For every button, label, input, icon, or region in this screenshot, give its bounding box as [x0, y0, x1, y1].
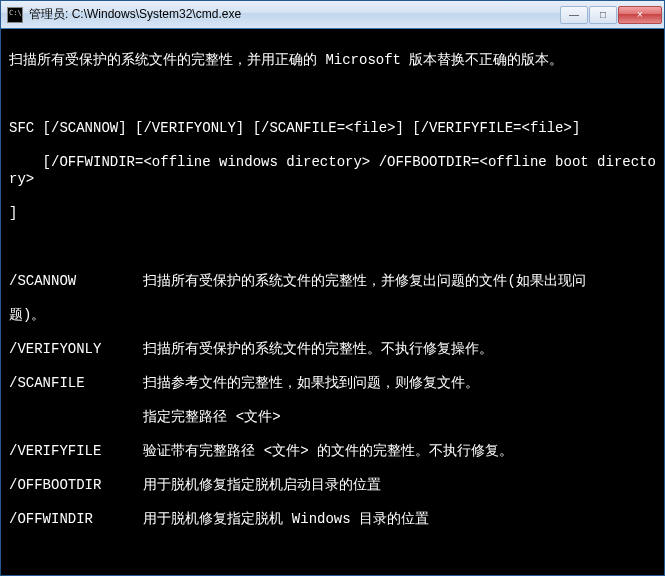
console-line	[9, 239, 660, 256]
window-title: 管理员: C:\Windows\System32\cmd.exe	[29, 6, 560, 23]
console-line: 扫描所有受保护的系统文件的完整性，并用正确的 Microsoft 版本替换不正确…	[9, 52, 660, 69]
console-line: /OFFWINDIR 用于脱机修复指定脱机 Windows 目录的位置	[9, 511, 660, 528]
titlebar[interactable]: 管理员: C:\Windows\System32\cmd.exe — □ ×	[1, 1, 664, 29]
console-line: 指定完整路径 <文件>	[9, 409, 660, 426]
console-output[interactable]: 扫描所有受保护的系统文件的完整性，并用正确的 Microsoft 版本替换不正确…	[1, 29, 664, 575]
minimize-button[interactable]: —	[560, 6, 588, 24]
console-line: SFC [/SCANNOW] [/VERIFYONLY] [/SCANFILE=…	[9, 120, 660, 137]
console-line: /SCANNOW 扫描所有受保护的系统文件的完整性，并修复出问题的文件(如果出现…	[9, 273, 660, 290]
console-line: /OFFBOOTDIR 用于脱机修复指定脱机启动目录的位置	[9, 477, 660, 494]
console-line: /VERIFYFILE 验证带有完整路径 <文件> 的文件的完整性。不执行修复。	[9, 443, 660, 460]
window-controls: — □ ×	[560, 6, 662, 24]
console-line	[9, 545, 660, 562]
console-line	[9, 86, 660, 103]
cmd-icon	[7, 7, 23, 23]
console-line: [/OFFWINDIR=<offline windows directory> …	[9, 154, 660, 188]
cmd-window: 管理员: C:\Windows\System32\cmd.exe — □ × 扫…	[0, 0, 665, 576]
console-line: /VERIFYONLY 扫描所有受保护的系统文件的完整性。不执行修复操作。	[9, 341, 660, 358]
close-button[interactable]: ×	[618, 6, 662, 24]
console-line: /SCANFILE 扫描参考文件的完整性，如果找到问题，则修复文件。	[9, 375, 660, 392]
maximize-button[interactable]: □	[589, 6, 617, 24]
console-line: ]	[9, 205, 660, 222]
console-line: 题)。	[9, 307, 660, 324]
